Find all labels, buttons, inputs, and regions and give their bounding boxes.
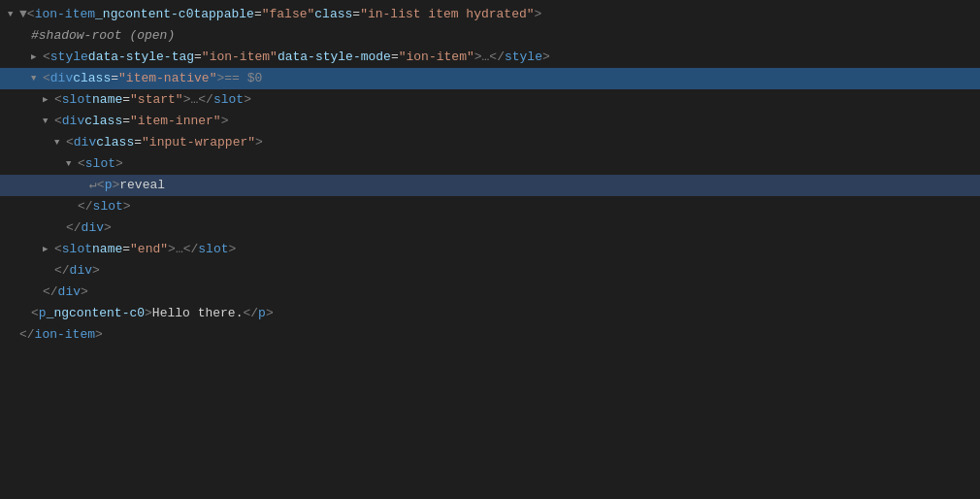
attr-equals: =: [122, 90, 130, 111]
tag-bracket: </: [489, 48, 505, 68]
text-node: reveal: [119, 176, 165, 196]
attr-equals: =: [111, 69, 118, 89]
attr-value: "in-list item hydrated": [360, 5, 534, 25]
collapse-arrow[interactable]: ▶: [43, 93, 54, 107]
attr-name: class: [84, 112, 122, 132]
tag-bracket: >: [183, 90, 191, 111]
tree-line[interactable]: </ion-item>: [0, 324, 980, 346]
return-arrow: ↵: [89, 176, 97, 196]
tag-name: ion-item: [35, 325, 95, 346]
devtools-panel: ▼▼<ion-item _ngcontent-c0 tappable="fals…: [0, 0, 980, 499]
ellipsis: …: [176, 240, 183, 260]
text-content: Hello there.: [152, 304, 244, 324]
tag-bracket: </: [243, 304, 258, 324]
tag-bracket: >: [535, 5, 542, 25]
attr-name: _ngcontent-c0: [47, 304, 145, 324]
tag-bracket: >: [92, 261, 100, 282]
attr-value: "ion-item": [202, 48, 278, 68]
tag-bracket: >: [221, 112, 229, 132]
tag-name: slot: [62, 90, 92, 111]
tag-bracket: </: [54, 261, 70, 282]
expand-arrow[interactable]: ▼: [8, 8, 19, 21]
tag-bracket: <: [31, 304, 39, 324]
tag-bracket: </: [198, 90, 213, 111]
attr-value: "false": [262, 5, 315, 25]
collapse-arrow[interactable]: ▶: [43, 243, 54, 256]
tag-bracket: >: [81, 283, 88, 303]
tag-bracket: >: [112, 176, 119, 196]
tag-name: slot: [213, 90, 244, 111]
expand-arrow[interactable]: ▼: [43, 115, 54, 128]
tree-line[interactable]: ▼<div class="input-wrapper">: [0, 132, 980, 153]
attr-value: "start": [130, 90, 183, 111]
tag-bracket: <: [97, 176, 105, 196]
attr-equals: =: [352, 5, 360, 25]
tag-bracket: >: [255, 133, 263, 153]
attr-name: tappable: [193, 5, 253, 25]
ellipsis: …: [190, 90, 198, 111]
tag-name: style: [50, 48, 88, 68]
collapse-arrow[interactable]: ▶: [31, 50, 43, 64]
attr-value: "input-wrapper": [142, 133, 255, 153]
tag-name: div: [50, 69, 73, 89]
tag-bracket: >: [123, 197, 131, 217]
tag-name: div: [82, 218, 104, 239]
tree-line[interactable]: #shadow-root (open): [0, 25, 980, 47]
tag-bracket: </: [19, 325, 35, 346]
expand-arrow[interactable]: ▼: [54, 136, 66, 150]
tag-bracket: </: [66, 218, 82, 239]
tag-bracket: >: [244, 90, 251, 111]
tag-bracket: <: [43, 48, 50, 68]
tree-line[interactable]: ▼▼<ion-item _ngcontent-c0 tappable="fals…: [0, 4, 980, 25]
expand-arrow[interactable]: ▼: [66, 157, 78, 171]
tag-bracket: </: [43, 283, 58, 303]
tag-name: ion-item: [35, 5, 95, 25]
tag-bracket: <: [66, 133, 74, 153]
attr-equals: =: [122, 240, 130, 260]
tree-line[interactable]: ▼<slot>: [0, 153, 980, 175]
tag-bracket: </: [183, 240, 199, 260]
tree-line[interactable]: ▶<slot name="start">…</slot>: [0, 89, 980, 111]
tag-bracket: >: [229, 240, 237, 260]
attr-name: name: [92, 90, 122, 111]
tag-name: div: [62, 112, 84, 132]
tag-name: p: [258, 304, 266, 324]
attr-value: "ion-item": [399, 48, 474, 68]
tag-bracket: >: [168, 240, 176, 260]
tree-line[interactable]: </div>: [0, 217, 980, 239]
tag-bracket: >: [266, 304, 274, 324]
tree-line[interactable]: </div>: [0, 260, 980, 282]
tag-name: div: [74, 133, 96, 153]
tag-name: style: [505, 48, 542, 68]
tag-bracket: >: [95, 325, 103, 346]
attr-equals: =: [134, 133, 142, 153]
attr-name: data-style-tag: [88, 48, 194, 68]
attr-value: "end": [130, 240, 168, 260]
shadow-root-label: #shadow-root (open): [31, 26, 175, 47]
tag-bracket: <: [43, 69, 50, 89]
tag-name: slot: [93, 197, 123, 217]
tag-name: slot: [85, 154, 115, 175]
tree-line[interactable]: </slot>: [0, 196, 980, 217]
attr-name: name: [92, 240, 122, 260]
tag-name: div: [70, 261, 92, 282]
tag-name: slot: [198, 240, 228, 260]
tag-name: div: [58, 283, 81, 303]
tree-line[interactable]: ▼<div class="item-inner">: [0, 111, 980, 132]
tag-bracket: >: [542, 48, 550, 68]
attr-name: class: [73, 69, 111, 89]
tree-line[interactable]: ↵ <p> reveal: [0, 175, 980, 196]
tree-line[interactable]: </div>: [0, 282, 980, 303]
attr-equals: =: [391, 48, 399, 68]
tag-bracket: <: [54, 90, 62, 111]
tree-line[interactable]: ▶<style data-style-tag="ion-item" data-s…: [0, 47, 980, 68]
expand-arrow[interactable]: ▼: [31, 72, 43, 85]
tree-line[interactable]: ▶<slot name="end">…</slot>: [0, 239, 980, 260]
ellipsis: …: [482, 48, 490, 68]
tag-bracket: <: [54, 112, 62, 132]
tree-line[interactable]: <p _ngcontent-c0>Hello there.</p>: [0, 303, 980, 324]
tree-line[interactable]: ▼<div class="item-native"> == $0: [0, 68, 980, 89]
tag-name: slot: [62, 240, 92, 260]
attr-equals: =: [122, 112, 130, 132]
attr-name: class: [314, 5, 352, 25]
